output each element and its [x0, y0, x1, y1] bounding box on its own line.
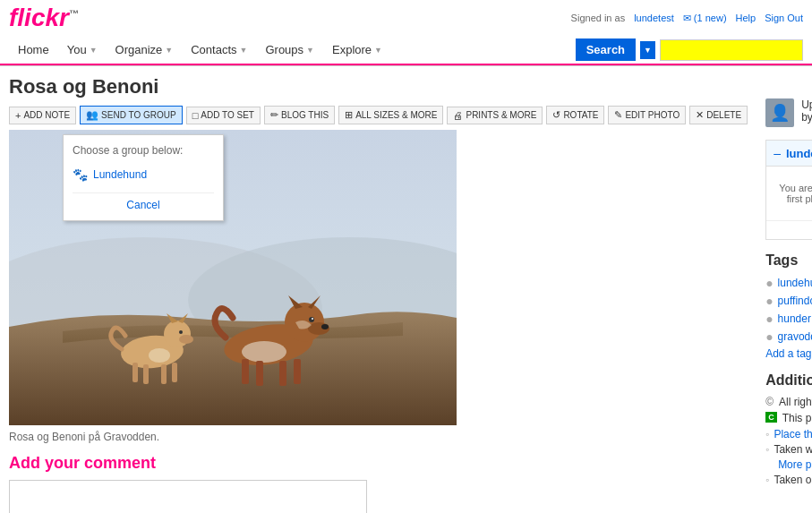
browse-button[interactable]: browse [766, 220, 812, 239]
signout-link[interactable]: Sign Out [765, 13, 803, 23]
first-photo-nav: You are at the first photo. [766, 167, 812, 220]
search-dropdown-arrow[interactable]: ▼ [640, 41, 655, 59]
tag-bullet-icon: ● [765, 312, 773, 326]
nav-explore[interactable]: Explore▼ [323, 36, 391, 64]
svg-rect-19 [242, 359, 249, 384]
blog-this-button[interactable]: ✏ BLOG THIS [264, 106, 335, 124]
rotate-icon: ↺ [552, 109, 560, 121]
tags-title: Tags [765, 252, 812, 269]
svg-point-17 [309, 317, 314, 322]
logo-text: flickr™ [9, 4, 79, 31]
send-to-group-button[interactable]: 👥 SEND TO GROUP [80, 106, 183, 124]
svg-point-13 [242, 341, 286, 363]
svg-rect-22 [294, 359, 301, 384]
group-link[interactable]: Lundehund [93, 168, 147, 181]
nav-home[interactable]: Home [9, 36, 58, 64]
group-item[interactable]: 🐾 Lundehund [73, 164, 214, 185]
cancel-link[interactable]: Cancel [73, 192, 214, 211]
search-button[interactable]: Search [576, 38, 636, 61]
delete-button[interactable]: ✕ DELETE [689, 106, 748, 124]
nav-you[interactable]: You▼ [58, 36, 107, 64]
add-note-icon: + [15, 110, 21, 121]
tag-link-lundehund[interactable]: lundehund [778, 277, 812, 289]
bullet-icon: ◦ [765, 443, 769, 456]
tag-bullet-icon: ● [765, 276, 773, 290]
nav-organize[interactable]: Organize▼ [107, 36, 183, 64]
svg-rect-20 [256, 361, 263, 386]
search-input[interactable] [660, 39, 803, 61]
dropdown-prompt: Choose a group below: [73, 144, 214, 157]
visibility-row: C This photo is public (edit) [765, 412, 812, 424]
map-row: ◦ Place this photo on a map [765, 428, 812, 440]
send-to-group-icon: 👥 [86, 109, 98, 121]
copyright-icon: © [765, 396, 774, 408]
photostream-title-link[interactable]: lundetest's photostream [786, 147, 812, 160]
place-on-map-link[interactable]: Place this photo on a map [774, 428, 812, 440]
tag-row: ● hunder [x] [765, 312, 812, 326]
paw-icon: 🐾 [73, 167, 88, 182]
camera-row: ◦ Taken with a Canon EOS 350D Digital . [765, 443, 812, 456]
svg-point-16 [321, 324, 329, 329]
svg-point-6 [179, 330, 183, 334]
svg-point-5 [179, 335, 193, 344]
help-link[interactable]: Help [736, 13, 756, 23]
add-note-button[interactable]: + ADD NOTE [9, 107, 76, 124]
svg-rect-7 [132, 363, 138, 382]
more-properties-link[interactable]: More properties [778, 458, 812, 471]
svg-rect-8 [143, 364, 149, 384]
delete-icon: ✕ [696, 109, 704, 121]
tag-link-gravodden[interactable]: gravodden [778, 330, 812, 343]
nav-groups[interactable]: Groups▼ [256, 36, 323, 64]
tag-link-puffindog[interactable]: puffindog [778, 295, 812, 307]
mail-link[interactable]: ✉ (1 new) [683, 13, 727, 24]
tag-bullet-icon: ● [765, 329, 773, 344]
tag-bullet-icon: ● [765, 294, 773, 308]
tags-section: Tags ● lundehund [x] ● puffindog [x] ● h… [765, 252, 812, 360]
upload-details: Uploaded on May 17, 2008 by lundetest [801, 98, 812, 124]
prints-more-button[interactable]: 🖨 PRINTS & MORE [447, 107, 543, 124]
additional-section: Additional Information © All rights rese… [765, 372, 812, 486]
rights-row: © All rights reserved (edit) [765, 396, 812, 408]
comment-textarea[interactable] [9, 480, 367, 513]
svg-rect-9 [161, 364, 167, 384]
tag-row: ● gravodden [x] [765, 329, 812, 344]
prints-icon: 🖨 [453, 110, 463, 121]
public-icon: C [765, 412, 777, 423]
svg-rect-10 [172, 363, 177, 382]
add-to-set-icon: □ [192, 110, 199, 121]
tag-row: ● lundehund [x] [765, 276, 812, 290]
add-to-set-button[interactable]: □ ADD TO SET [186, 107, 261, 124]
svg-point-11 [149, 348, 170, 363]
photostream-collapse[interactable]: – [774, 146, 781, 160]
bullet-icon: ◦ [765, 428, 769, 440]
logo: flickr™ [9, 4, 79, 32]
signed-in-label: Signed in as [571, 13, 626, 23]
taken-row: ◦ Taken on April 11, 2008 (edit) [765, 474, 812, 486]
photo-caption: Rosa og Benoni på Gravodden. [9, 431, 748, 443]
edit-icon: ✎ [614, 109, 622, 121]
all-sizes-button[interactable]: ⊞ ALL SIZES & MORE [338, 106, 443, 124]
blog-icon: ✏ [270, 109, 278, 121]
rotate-button[interactable]: ↺ ROTATE [546, 106, 604, 124]
tag-link-hunder[interactable]: hunder [778, 312, 811, 325]
bullet-icon: ◦ [765, 474, 769, 486]
add-tag-link[interactable]: Add a tag [765, 347, 812, 360]
username-link[interactable]: lundetest [634, 13, 674, 23]
svg-point-18 [312, 318, 313, 320]
buddy-icon: 👤 [765, 98, 794, 127]
page-title: Rosa og Benoni [9, 75, 748, 98]
nav-contacts[interactable]: Contacts▼ [182, 36, 256, 64]
edit-photo-button[interactable]: ✎ EDIT PHOTO [608, 106, 686, 124]
comment-header: Add your comment [9, 454, 748, 473]
additional-title: Additional Information [765, 372, 812, 389]
sizes-icon: ⊞ [345, 109, 353, 121]
photostream-section: – lundetest's photostream You are at the… [765, 140, 812, 240]
svg-rect-21 [279, 361, 286, 386]
tag-row: ● puffindog [x] [765, 294, 812, 308]
group-dropdown: Choose a group below: 🐾 Lundehund Cancel [63, 134, 224, 221]
